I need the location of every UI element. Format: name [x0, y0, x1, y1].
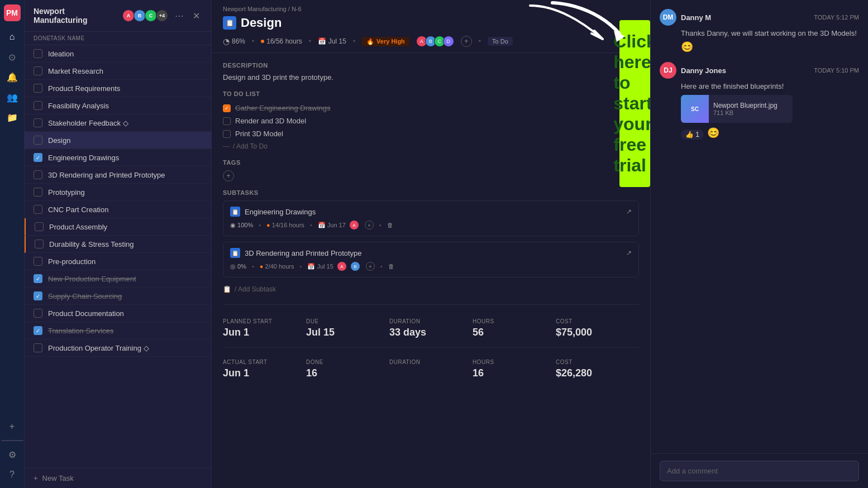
task-item-18[interactable]: Production Operator Training ◇	[25, 339, 211, 357]
comment-input[interactable]	[660, 461, 859, 481]
task-item-11[interactable]: Product Assembly	[25, 218, 211, 236]
subtask-2-external-link[interactable]: ↗	[626, 249, 632, 257]
task-item-5[interactable]: Stakeholder Feedback ◇	[25, 114, 211, 132]
subtask-2-assignee-1: A	[337, 261, 347, 271]
nav-folder[interactable]: 📁	[3, 108, 21, 126]
task-checkbox-16[interactable]	[34, 309, 42, 318]
main-header: Newport Manufacturing / N-6 📋 Design ◔ 8…	[212, 0, 650, 53]
task-item-14[interactable]: New Production Equipment	[25, 270, 211, 288]
tags-label: TAGS	[223, 159, 639, 166]
task-item-7[interactable]: Engineering Drawings	[25, 149, 211, 166]
meta-separator-1: •	[252, 37, 254, 45]
due-value: Jul 15	[306, 327, 380, 338]
task-checkbox-8[interactable]	[34, 170, 42, 179]
add-assignee-button[interactable]: +	[461, 36, 472, 47]
task-checkbox-18[interactable]	[34, 343, 42, 352]
avatar-count: +4	[156, 9, 168, 22]
nav-search[interactable]: ⊙	[3, 48, 21, 66]
todo-check-2[interactable]	[223, 117, 231, 125]
task-item-3[interactable]: Product Requirements	[25, 80, 211, 97]
actual-start-value: Jun 1	[223, 367, 297, 379]
comment-1: DM Danny M TODAY 5:12 PM Thanks Danny, w…	[660, 9, 859, 53]
task-item-15[interactable]: Supply Chain Sourcing	[25, 288, 211, 305]
task-item-12[interactable]: Durability & Stress Testing	[25, 236, 211, 253]
subtask-1-hours: ● 14/16 hours	[266, 222, 304, 228]
task-item-2[interactable]: Market Research	[25, 63, 211, 80]
task-checkbox-13[interactable]	[34, 257, 42, 266]
add-subtask-button[interactable]: 📋 / Add Subtask	[223, 283, 639, 295]
actual-start-label: ACTUAL START	[223, 359, 297, 365]
task-checkbox-3[interactable]	[34, 84, 42, 93]
cost-value: $75,000	[556, 327, 630, 338]
task-item-16[interactable]: Product Documentation	[25, 305, 211, 322]
due-cell: DUE Jul 15	[306, 314, 389, 343]
breadcrumb-project[interactable]: Newport Manufacturing	[223, 6, 287, 12]
subtask-1-delete[interactable]: 🗑	[387, 222, 393, 228]
more-options-icon[interactable]: ⋯	[173, 8, 186, 23]
subtask-2-assignee-2: B	[350, 261, 360, 271]
subtask-1-add-assignee[interactable]: +	[365, 221, 374, 229]
task-checkbox-11[interactable]	[35, 222, 44, 231]
task-checkbox-2[interactable]	[34, 66, 42, 75]
actual-hours-label: HOURS	[473, 359, 547, 365]
nav-users[interactable]: 👥	[3, 88, 21, 106]
calendar-icon: 📅	[318, 37, 326, 45]
task-checkbox-9[interactable]	[34, 188, 42, 197]
nav-help[interactable]: ?	[3, 466, 21, 484]
app-logo[interactable]: PM	[4, 4, 21, 21]
nav-home[interactable]: ⌂	[3, 28, 21, 46]
due-label: DUE	[306, 318, 380, 324]
task-item-8[interactable]: 3D Rendering and Printed Prototype	[25, 166, 211, 184]
file-info: Newport Blueprint.jpg 711 KB	[709, 97, 782, 121]
new-task-button[interactable]: + New Task	[25, 468, 211, 488]
actual-cost-cell: COST $26,280	[556, 355, 639, 384]
todo-check-3[interactable]	[223, 130, 231, 138]
file-attachment[interactable]: SC Newport Blueprint.jpg 711 KB	[681, 95, 793, 123]
nav-bell[interactable]: 🔔	[3, 68, 21, 86]
task-item-9[interactable]: Prototyping	[25, 184, 211, 201]
add-tag-button[interactable]: +	[223, 170, 234, 181]
comment-2-header: DJ Danny Jones TODAY 5:10 PM	[660, 62, 859, 79]
status-badge[interactable]: To Do	[488, 37, 513, 46]
task-item-10[interactable]: CNC Part Creation	[25, 201, 211, 218]
task-item-4[interactable]: Feasibility Analysis	[25, 97, 211, 114]
cta-banner[interactable]: Click here to start your free trial	[619, 20, 650, 187]
actual-duration-cell: DURATION	[389, 355, 473, 384]
task-checkbox-5[interactable]	[34, 118, 42, 127]
comment-1-text: Thanks Danny, we will start working on t…	[681, 29, 859, 37]
emoji-reaction-1[interactable]: 👍 1	[681, 130, 704, 140]
todo-check-1[interactable]	[223, 104, 231, 112]
subtask-2-delete[interactable]: 🗑	[388, 263, 394, 270]
task-item-17[interactable]: Translation Services	[25, 322, 211, 339]
task-checkbox-15[interactable]	[34, 291, 42, 300]
close-icon[interactable]: ✕	[190, 8, 202, 23]
add-reaction-button[interactable]: 😊	[707, 127, 719, 139]
task-list-header: DONE TASK NAME	[25, 32, 211, 45]
task-item-6[interactable]: Design	[25, 132, 211, 149]
subtask-1-icon: 📋	[230, 207, 240, 217]
subtask-1-external-link[interactable]: ↗	[626, 208, 632, 216]
task-item-13[interactable]: Pre-production	[25, 253, 211, 270]
task-checkbox-7[interactable]	[34, 153, 42, 162]
subtask-2-add-assignee[interactable]: +	[366, 262, 375, 271]
task-checkbox-10[interactable]	[34, 205, 42, 214]
task-checkbox-14[interactable]	[34, 274, 42, 283]
comment-1-emoji-button[interactable]: 😊	[681, 41, 859, 53]
subtask-2-icon: 📋	[230, 248, 240, 258]
task-checkbox-17[interactable]	[34, 326, 42, 335]
duration-label: DURATION	[389, 318, 464, 324]
hours-value: 16/56 hours	[266, 37, 302, 45]
nav-add[interactable]: +	[3, 418, 21, 436]
nav-settings[interactable]: ⚙	[3, 446, 21, 463]
task-checkbox-6[interactable]	[34, 136, 42, 145]
task-item-1[interactable]: Ideation	[25, 45, 211, 63]
task-checkbox-4[interactable]	[34, 101, 42, 110]
add-todo-button[interactable]: — / Add To Do	[223, 140, 639, 152]
task-name-16: Product Documentation	[48, 309, 202, 318]
comment-1-name: Danny M	[681, 13, 711, 22]
task-checkbox-12[interactable]	[35, 240, 44, 248]
subtask-1-progress: ◉ 100%	[230, 222, 253, 229]
subtask-2-due: 📅 Jul 15	[307, 263, 333, 270]
task-checkbox-1[interactable]	[34, 49, 42, 58]
add-todo-icon: —	[223, 142, 230, 150]
